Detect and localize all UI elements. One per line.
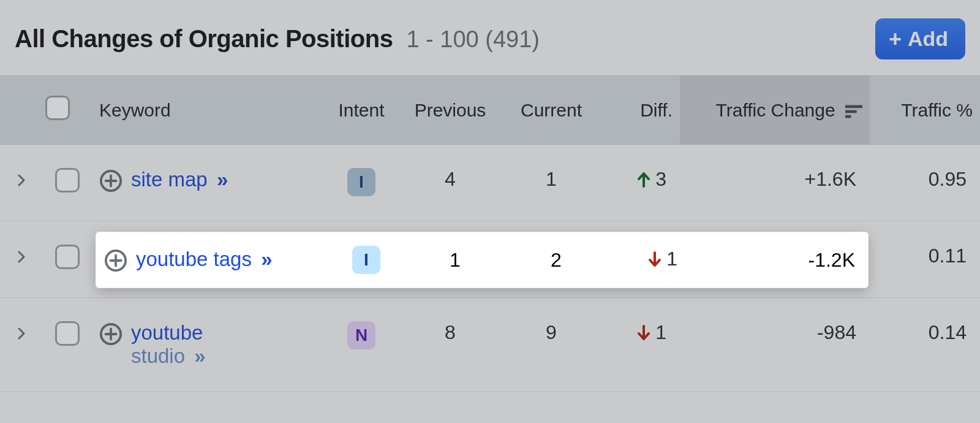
previous-position: 8 [398,298,502,392]
col-traffic-change-label: Traffic Change [716,100,835,120]
expand-row-icon[interactable] [9,321,34,346]
add-to-list-icon[interactable] [99,322,123,346]
page-range: 1 - 100 (491) [406,26,540,53]
keyword-link[interactable]: site map » [131,168,225,191]
sort-desc-icon [840,100,862,120]
col-previous[interactable]: Previous [398,76,502,145]
expand-row-icon[interactable] [9,168,34,192]
diff-value: 3 [637,168,666,191]
col-intent[interactable]: Intent [325,76,398,145]
svg-rect-1 [845,110,857,113]
svg-rect-2 [845,115,851,118]
keyword-text: youtube tags [136,248,252,270]
traffic-change: -1.2K [685,249,869,272]
traffic-pct: 0.11 [870,221,980,298]
add-keyword-button[interactable]: + Add [875,18,965,59]
highlighted-row: youtube tags » I 1 2 1 -1.2K [97,233,867,287]
serp-open-icon[interactable]: » [261,248,270,270]
keyword-text-secondary: studio [131,345,185,367]
table-row: site map » I 4 1 3 +1.6K 0.95 [0,145,980,221]
add-to-list-icon[interactable] [104,249,127,272]
previous-position: 1 [403,249,507,272]
intent-badge: N [347,321,375,349]
traffic-change: +1.6K [680,145,870,221]
keyword-text: youtube [131,321,203,344]
col-traffic-pct[interactable]: Traffic % [870,76,980,145]
row-checkbox[interactable] [55,321,80,346]
col-expand [0,76,43,145]
add-to-list-icon[interactable] [99,169,123,192]
row-checkbox[interactable] [55,245,80,269]
select-all-checkbox[interactable] [45,96,70,120]
current-position: 2 [507,249,605,272]
col-current[interactable]: Current [502,76,600,145]
traffic-pct: 0.14 [870,298,980,392]
diff-value: 1 [637,321,666,344]
keyword-link[interactable]: youtube studio » [131,321,203,368]
intent-badge: I [352,246,380,274]
table-row: youtube studio » N 8 9 1 -984 0.14 [0,298,980,392]
current-position: 1 [502,145,600,221]
arrow-down-icon [648,251,662,267]
page-title: All Changes of Organic Positions [15,25,393,53]
keyword-link[interactable]: youtube tags » [136,248,270,271]
col-traffic-change[interactable]: Traffic Change [680,76,870,145]
expand-row-icon[interactable] [9,245,34,269]
serp-open-icon[interactable]: » [217,168,225,191]
col-diff[interactable]: Diff. [600,76,680,145]
serp-open-icon[interactable]: » [194,345,203,367]
arrow-up-icon [637,172,650,188]
diff-value: 1 [648,248,677,270]
svg-rect-0 [845,105,862,108]
traffic-pct: 0.95 [870,145,980,221]
plus-icon: + [889,28,902,50]
intent-badge: I [347,168,375,196]
page-header: All Changes of Organic Positions 1 - 100… [0,0,980,75]
traffic-change: -984 [680,298,870,392]
arrow-down-icon [637,325,650,341]
current-position: 9 [502,298,600,392]
add-button-label: Add [908,27,948,51]
previous-position: 4 [398,145,502,221]
row-checkbox[interactable] [55,168,80,192]
keyword-text: site map [131,168,208,191]
col-select-all[interactable] [43,76,92,145]
col-keyword[interactable]: Keyword [92,76,325,145]
table-header-row: Keyword Intent Previous Current Diff. Tr… [0,76,980,145]
